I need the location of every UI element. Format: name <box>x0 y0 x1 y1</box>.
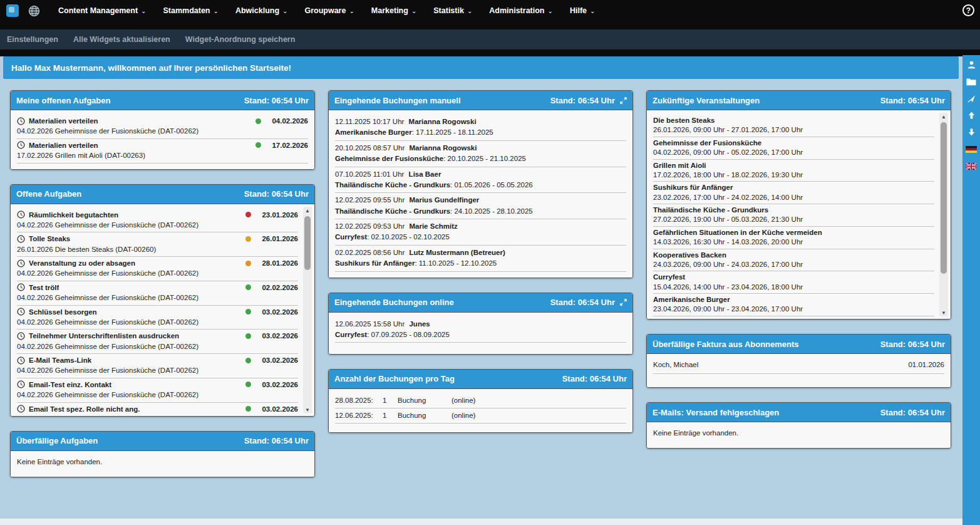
widget-title: Offene Aufgaben <box>16 189 81 199</box>
menu-item[interactable]: Hilfe ⌄ <box>570 6 595 15</box>
event-row[interactable]: Geheimnisse der Fusionsküche 04.02.2026,… <box>653 137 934 160</box>
booking-course: Amerikanische Burger <box>335 128 412 136</box>
task-row[interactable]: Tolle Steaks 26.01.2026 26.01.2026 Die b… <box>17 232 298 257</box>
widget-failed-emails: E-Mails: Versand fehlgeschlagen Stand: 0… <box>646 402 951 449</box>
pd-channel: (online) <box>451 411 626 420</box>
event-row[interactable]: Kooperatives Backen 24.03.2026, 09:00 Uh… <box>653 249 934 272</box>
task-name: Email Test spez. Rolle nicht ang. <box>29 405 140 413</box>
status-dot <box>245 309 251 314</box>
task-detail: 17.02.2026 Grillen mit Aioli (DAT-00263) <box>17 151 308 160</box>
invoice-row[interactable]: Koch, Michael 01.01.2026 <box>653 358 944 374</box>
scroll-down-icon[interactable]: ▼ <box>303 406 312 413</box>
event-row[interactable]: Gefährlichen Situationen in der Küche ve… <box>653 227 934 249</box>
event-row[interactable]: Amerikanische Burger 23.04.2026, 09:00 U… <box>653 294 934 316</box>
event-row[interactable]: Sushikurs für Anfänger 23.02.2026, 17:00… <box>653 182 934 204</box>
task-due-date: 03.02.2026 <box>257 308 298 316</box>
widget-title: Eingehende Buchungen manuell <box>334 96 461 105</box>
flag-german-icon[interactable] <box>966 144 977 154</box>
folder-icon[interactable] <box>966 76 977 86</box>
action-link[interactable]: Widget-Anordnung speichern <box>185 35 296 44</box>
scroll-up-icon[interactable]: ▲ <box>939 113 948 120</box>
flag-uk-icon[interactable] <box>966 161 977 171</box>
widget-title: E-Mails: Versand fehlgeschlagen <box>652 408 779 417</box>
scroll-thumb[interactable] <box>941 122 947 274</box>
menu-item[interactable]: Statistik ⌄ <box>433 6 472 15</box>
bookings-per-day-row[interactable]: 28.08.2025: 1 Buchung (online) <box>335 393 626 408</box>
event-row[interactable]: Thailändische Küche - Grundkurs 27.02.20… <box>653 204 934 227</box>
task-row[interactable]: Räumlichkeit begutachten 23.01.2026 04.0… <box>17 209 298 233</box>
widget-stand: Stand: 06:54 Uhr <box>880 408 945 417</box>
scroll-thumb[interactable] <box>304 216 311 270</box>
booking-list: 12.06.2025 15:58 Uhr Junes Curryfest: 07… <box>329 313 632 354</box>
scroll-down-icon[interactable]: ▼ <box>939 309 948 316</box>
task-row[interactable]: Schlüssel besorgen 03.02.2026 04.02.2026… <box>17 306 298 330</box>
booking-timestamp: 02.02.2025 08:56 Uhr <box>335 249 405 256</box>
booking-row[interactable]: 20.10.2025 08:57 Uhr Marianna Rogowski G… <box>335 141 626 167</box>
booking-dates: : 24.10.2025 - 28.10.2025 <box>450 207 533 215</box>
booking-course: Thailändische Küche - Grundkurs <box>335 181 450 189</box>
main-menu-bar: Content Management ⌄ Stammdaten ⌄ Abwick… <box>0 0 980 21</box>
task-row[interactable]: Test trölf 02.02.2026 04.02.2026 Geheimn… <box>17 281 298 306</box>
clock-icon <box>17 211 25 219</box>
event-name: Kooperatives Backen <box>653 251 934 259</box>
task-row[interactable]: Email Test spez. Rolle nicht ang. 03.02.… <box>17 403 298 416</box>
event-row[interactable]: Grillen mit Aioli 17.02.2026, 18:00 Uhr … <box>653 160 934 182</box>
user-icon[interactable] <box>966 60 977 70</box>
widget-open-tasks: Offene Aufgaben Stand: 06:54 Uhr Räumlic… <box>10 184 315 417</box>
booking-row[interactable]: 02.02.2025 08:56 Uhr Lutz Mustermann (Be… <box>335 246 626 272</box>
scroll-up-icon[interactable]: ▲ <box>303 207 312 214</box>
event-name: Curryfest <box>653 273 934 281</box>
task-due-date: 28.01.2026 <box>257 259 298 268</box>
action-link[interactable]: Einstellungen <box>7 35 58 44</box>
task-row[interactable]: Email-Test einz. Kontakt 03.02.2026 04.0… <box>17 378 298 403</box>
menu-item-label: Abwicklung <box>235 6 279 15</box>
scrollbar[interactable]: ▲ ▼ <box>939 113 948 316</box>
action-link[interactable]: Alle Widgets aktualisieren <box>73 35 170 44</box>
event-dates: 23.02.2026, 17:00 Uhr - 24.02.2026, 14:0… <box>653 193 934 202</box>
help-icon[interactable]: ? <box>962 4 974 16</box>
task-row[interactable]: Veranstaltung zu oder absagen 28.01.2026… <box>17 257 298 281</box>
booking-row[interactable]: 12.11.2025 10:17 Uhr Marianna Rogowski A… <box>335 115 626 141</box>
booking-dates: : 07.09.2025 - 08.09.2025 <box>367 331 450 338</box>
event-row[interactable]: Die besten Steaks 26.01.2026, 09:00 Uhr … <box>653 115 934 137</box>
booking-row[interactable]: 12.02.2025 09:55 Uhr Marius Gundelfinger… <box>335 193 626 219</box>
globe-icon[interactable] <box>28 5 40 17</box>
task-list: Räumlichkeit begutachten 23.01.2026 04.0… <box>11 204 314 416</box>
widget-header: Überfällige Aufgaben Stand: 06:54 Uhr <box>11 432 314 451</box>
clock-icon <box>17 332 25 340</box>
scrollbar[interactable]: ▲ ▼ <box>303 207 312 413</box>
pd-date: 28.08.2025: <box>335 396 383 405</box>
arrow-up-icon[interactable] <box>966 110 977 120</box>
clock-icon <box>17 235 25 243</box>
task-row[interactable]: E-Mail Teams-Link 03.02.2026 04.02.2026 … <box>17 354 298 378</box>
booking-row[interactable]: 07.10.2025 11:01 Uhr Lisa Baer Thailändi… <box>335 167 626 194</box>
menu-item[interactable]: Administration ⌄ <box>489 6 553 15</box>
bookings-per-day-row[interactable]: 12.06.2025: 1 Buchung (online) <box>335 408 626 424</box>
clock-icon <box>17 380 25 388</box>
arrow-down-icon[interactable] <box>966 127 977 137</box>
expand-icon[interactable] <box>620 97 627 104</box>
task-row[interactable]: Teilnehmer Unterschriftenlisten ausdruck… <box>17 330 298 354</box>
booking-dates: : 11.10.2025 - 12.10.2025 <box>415 259 497 267</box>
task-due-date: 17.02.2026 <box>267 141 308 150</box>
event-row[interactable]: Thailändische Küche - Grundkurs <box>653 316 934 319</box>
expand-icon[interactable] <box>620 299 627 306</box>
widget-header: Offene Aufgaben Stand: 06:54 Uhr <box>11 185 314 204</box>
rocket-icon[interactable] <box>966 93 977 103</box>
app-logo-icon[interactable] <box>6 4 19 17</box>
menu-item[interactable]: Marketing ⌄ <box>371 6 416 15</box>
booking-dates: : 20.10.2025 - 21.10.2025 <box>443 155 526 162</box>
empty-message: Keine Einträge vorhanden. <box>17 455 308 471</box>
task-detail: 04.02.2026 Geheimnisse der Fusionsküche … <box>17 415 298 416</box>
booking-row[interactable]: 12.02.2025 09:53 Uhr Marie Schmitz Curry… <box>335 219 626 246</box>
chevron-down-icon: ⌄ <box>282 8 287 14</box>
chevron-down-icon: ⌄ <box>349 8 354 14</box>
event-row[interactable]: Curryfest 15.04.2026, 14:00 Uhr - 23.04.… <box>653 271 934 294</box>
task-row[interactable]: Materialien verteilen 04.02.2026 04.02.2… <box>17 115 308 139</box>
menu-item[interactable]: Stammdaten ⌄ <box>163 6 218 15</box>
booking-row[interactable]: 12.06.2025 15:58 Uhr Junes Curryfest: 07… <box>335 317 626 343</box>
task-row[interactable]: Materialien verteilen 17.02.2026 17.02.2… <box>17 139 308 164</box>
menu-item[interactable]: Groupware ⌄ <box>304 6 354 15</box>
menu-item[interactable]: Abwicklung ⌄ <box>235 6 288 15</box>
menu-item[interactable]: Content Management ⌄ <box>58 6 146 15</box>
